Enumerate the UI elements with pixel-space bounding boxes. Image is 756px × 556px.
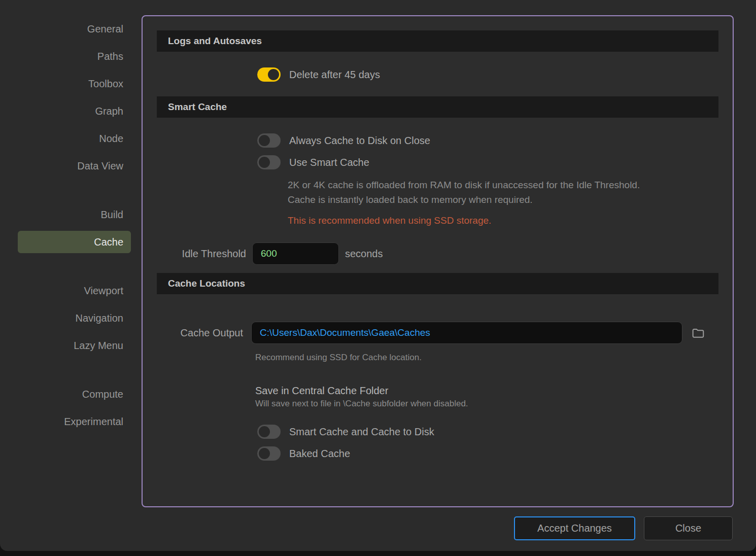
cache-output-helper-text: Recommend using SSD for Cache location. bbox=[255, 353, 422, 363]
smart-cache-description: 2K or 4K cache is offloaded from RAM to … bbox=[288, 178, 640, 207]
delete-after-45-days-row: Delete after 45 days bbox=[257, 67, 380, 82]
cache-output-label: Cache Output bbox=[143, 327, 243, 339]
section-header-cache-locations: Cache Locations bbox=[157, 273, 718, 294]
cache-output-row: Cache Output bbox=[143, 322, 706, 344]
toggle-knob bbox=[259, 426, 270, 437]
idle-threshold-unit: seconds bbox=[345, 248, 383, 260]
idle-threshold-input[interactable] bbox=[252, 242, 339, 265]
ssd-recommendation-text: This is recommended when using SSD stora… bbox=[288, 215, 491, 226]
sidebar-group-divider bbox=[0, 258, 131, 280]
sidebar-item-node[interactable]: Node bbox=[18, 127, 131, 150]
toggle-knob bbox=[268, 69, 279, 80]
central-cache-folder-title: Save in Central Cache Folder bbox=[255, 384, 468, 398]
toggle-label: Delete after 45 days bbox=[289, 69, 380, 81]
sidebar-item-experimental[interactable]: Experimental bbox=[18, 410, 131, 433]
cache-settings-panel: Logs and Autosaves Delete after 45 days … bbox=[142, 15, 734, 507]
accept-changes-button[interactable]: Accept Changes bbox=[514, 516, 635, 540]
sidebar-item-paths[interactable]: Paths bbox=[18, 45, 131, 67]
use-smart-cache-row: Use Smart Cache bbox=[257, 155, 369, 169]
section-header-smart-cache: Smart Cache bbox=[157, 96, 718, 118]
central-cache-folder-group: Save in Central Cache Folder Will save n… bbox=[255, 384, 468, 410]
idle-threshold-row: Idle Threshold seconds bbox=[143, 242, 383, 265]
section-title: Logs and Autosaves bbox=[168, 36, 262, 47]
cache-output-path-input[interactable] bbox=[251, 322, 682, 344]
toggle-knob bbox=[259, 157, 270, 168]
toggle-label: Smart Cache and Cache to Disk bbox=[289, 426, 434, 438]
central-cache-folder-subtitle: Will save next to file in \Cache subfold… bbox=[255, 398, 468, 410]
toggle-knob bbox=[259, 448, 270, 459]
sidebar-item-navigation[interactable]: Navigation bbox=[18, 307, 131, 329]
toggle-label: Baked Cache bbox=[289, 448, 350, 460]
idle-threshold-label: Idle Threshold bbox=[143, 248, 246, 260]
section-title: Cache Locations bbox=[168, 278, 245, 289]
sidebar-item-general[interactable]: General bbox=[18, 18, 131, 40]
toggle-label: Always Cache to Disk on Close bbox=[289, 135, 430, 147]
smart-cache-and-cache-to-disk-row: Smart Cache and Cache to Disk bbox=[257, 425, 434, 439]
description-line: Cache is instantly loaded back to memory… bbox=[288, 192, 640, 207]
settings-sidebar: General Paths Toolbox Graph Node Data Vi… bbox=[0, 0, 131, 438]
delete-after-45-days-toggle[interactable] bbox=[257, 67, 281, 82]
use-smart-cache-toggle[interactable] bbox=[257, 155, 281, 169]
smart-cache-and-cache-to-disk-toggle[interactable] bbox=[257, 425, 281, 439]
sidebar-item-cache[interactable]: Cache bbox=[18, 231, 131, 253]
folder-icon bbox=[692, 327, 705, 339]
description-line: 2K or 4K cache is offloaded from RAM to … bbox=[288, 178, 640, 192]
sidebar-item-graph[interactable]: Graph bbox=[18, 100, 131, 122]
browse-folder-button[interactable] bbox=[690, 325, 706, 341]
always-cache-to-disk-row: Always Cache to Disk on Close bbox=[257, 133, 430, 148]
toggle-label: Use Smart Cache bbox=[289, 157, 369, 168]
sidebar-group-divider bbox=[0, 362, 131, 383]
sidebar-item-viewport[interactable]: Viewport bbox=[18, 280, 131, 302]
toggle-knob bbox=[259, 135, 270, 146]
sidebar-group-divider bbox=[0, 182, 131, 203]
preferences-window: General Paths Toolbox Graph Node Data Vi… bbox=[0, 0, 756, 551]
baked-cache-row: Baked Cache bbox=[257, 446, 350, 461]
section-title: Smart Cache bbox=[168, 101, 227, 113]
always-cache-to-disk-toggle[interactable] bbox=[257, 133, 281, 148]
baked-cache-toggle[interactable] bbox=[257, 446, 281, 461]
section-header-logs-and-autosaves: Logs and Autosaves bbox=[157, 30, 718, 52]
sidebar-item-build[interactable]: Build bbox=[18, 203, 131, 226]
close-button[interactable]: Close bbox=[644, 516, 733, 540]
sidebar-item-compute[interactable]: Compute bbox=[18, 383, 131, 405]
sidebar-item-lazy-menu[interactable]: Lazy Menu bbox=[18, 334, 131, 357]
sidebar-item-data-view[interactable]: Data View bbox=[18, 155, 131, 177]
sidebar-item-toolbox[interactable]: Toolbox bbox=[18, 73, 131, 95]
